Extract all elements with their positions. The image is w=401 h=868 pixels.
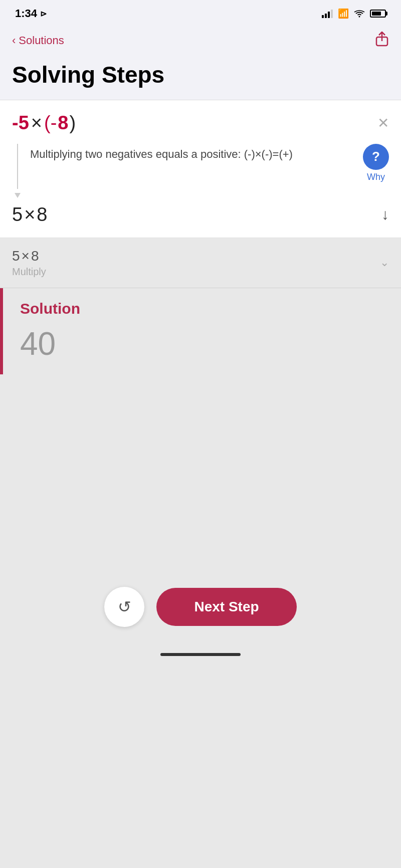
solution-section: Solution 40 [0,288,401,374]
collapsed-expression: 5×8 [12,248,46,264]
bottom-spacer [0,374,401,575]
collapsed-label: Multiply [12,266,46,278]
nav-bar: ‹ Solutions [0,27,401,58]
step-expression: -5 × (- 8 ) [12,112,76,134]
solution-label: Solution [20,300,389,317]
bottom-controls: ↺ Next Step [0,575,401,647]
why-button[interactable]: ? [363,144,389,170]
collapsed-step-content: 5×8 Multiply [12,248,46,278]
location-icon: ⊳ [40,9,47,19]
status-right: 📶 [322,8,386,19]
solution-accent-bar [0,288,3,374]
expr-mult: × [31,112,42,134]
share-icon [375,31,389,47]
time-display: 1:34 [15,7,37,20]
battery-icon [370,10,386,18]
step-body: Multiplying two negatives equals a posit… [12,144,389,189]
page-title-section: Solving Steps [0,58,401,100]
steps-list: 5×8 Multiply ⌄ [0,238,401,288]
back-chevron-icon: ‹ [12,35,16,46]
expr-neg5: -5 [12,112,29,134]
back-label: Solutions [19,34,64,47]
wifi-icon: 📶 [338,8,349,19]
solution-value: 40 [20,325,389,362]
step-explanation: Multiplying two negatives equals a posit… [30,144,355,189]
down-arrow-button[interactable]: ↓ [381,206,389,223]
home-bar [160,653,241,656]
svg-point-0 [359,16,360,18]
close-button[interactable]: ✕ [377,115,389,131]
step-card: -5 × (- 8 ) ✕ Multiplying two negatives … [0,100,401,238]
next-step-button[interactable]: Next Step [156,588,297,626]
why-button-container: ? Why [363,144,389,189]
share-button[interactable] [375,31,389,50]
page-title: Solving Steps [12,62,389,88]
step-result-row: 5×8 ↓ [12,204,389,226]
collapsed-step[interactable]: 5×8 Multiply ⌄ [0,238,401,288]
expand-chevron-icon[interactable]: ⌄ [380,256,389,269]
status-time: 1:34 ⊳ [15,7,47,20]
undo-icon: ↺ [118,597,131,616]
undo-button[interactable]: ↺ [104,587,144,627]
back-button[interactable]: ‹ Solutions [12,34,64,47]
step-line [17,144,18,189]
why-label: Why [367,172,385,182]
home-indicator [0,647,401,666]
step-result-expression: 5×8 [12,204,47,226]
step-header: -5 × (- 8 ) ✕ [12,112,389,134]
status-bar: 1:34 ⊳ 📶 [0,0,401,27]
signal-bars [322,9,333,18]
wifi-icon-svg [354,10,365,18]
